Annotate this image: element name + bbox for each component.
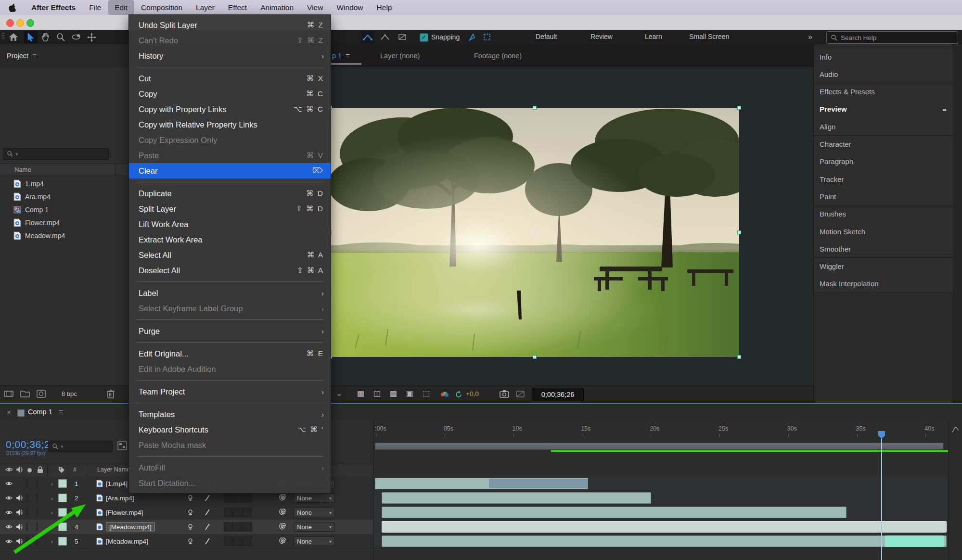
close-window-button[interactable] — [6, 19, 14, 27]
new-composition-icon[interactable] — [37, 390, 46, 398]
sidebar-panel-mask-interpolation[interactable]: Mask Interpolation — [814, 275, 953, 293]
selection-tool[interactable] — [24, 31, 38, 43]
bit-depth-button[interactable]: 8 bpc — [62, 390, 77, 397]
label-column-icon[interactable] — [58, 466, 65, 474]
layer-eye-toggle[interactable] — [5, 524, 13, 530]
workspace-review[interactable]: Review — [590, 33, 613, 40]
layer-quality-switch[interactable] — [204, 494, 211, 502]
project-search-input[interactable]: ▾ — [3, 148, 109, 160]
choose-grid-icon[interactable]: ▦ — [357, 389, 364, 398]
edit-menu-item-label[interactable]: Label› — [129, 285, 331, 301]
app-menu-after-effects[interactable]: After Effects — [25, 0, 82, 15]
timeline-comp-tab[interactable]: Comp 1 — [28, 408, 52, 416]
edit-menu-item-templates[interactable]: Templates› — [129, 407, 331, 422]
layer-name[interactable]: [Ara.mp4] — [106, 495, 134, 502]
search-dropdown-arrow-icon[interactable]: ▾ — [61, 444, 64, 450]
layer-audio-toggle[interactable] — [16, 523, 23, 530]
layer-label-swatch[interactable] — [58, 508, 67, 517]
current-time-indicator-head[interactable] — [878, 431, 885, 439]
layer-row-3[interactable]: ›3[Flower.mp4]None▾ — [0, 505, 373, 520]
layer-row-5[interactable]: ›5[Meadow.mp4]None▾ — [0, 534, 373, 549]
layer-switch-boxes[interactable] — [224, 522, 253, 532]
new-folder-icon[interactable] — [20, 390, 30, 398]
layer-name-column-header[interactable]: Layer Name — [97, 466, 130, 473]
snapshot-camera-icon[interactable] — [500, 390, 509, 398]
current-time-indicator-line[interactable] — [881, 438, 882, 560]
layer-eye-toggle[interactable] — [5, 510, 13, 515]
snapping-checkbox[interactable]: ✓ — [420, 33, 428, 42]
layer-label-swatch[interactable] — [58, 522, 67, 531]
orbit-camera-tool[interactable] — [69, 31, 83, 43]
local-axis-mode-button[interactable] — [361, 31, 374, 43]
edit-menu-item-copy[interactable]: Copy⌘ C — [129, 86, 331, 102]
layer-quality-switch[interactable] — [204, 537, 211, 545]
layer-solo-box[interactable] — [26, 538, 28, 545]
menubar-item-file[interactable]: File — [82, 0, 108, 15]
project-item-1.mp4[interactable]: 1.mp4 — [0, 177, 130, 190]
workspace-default[interactable]: Default — [536, 33, 557, 40]
layer-label-swatch[interactable] — [58, 494, 67, 502]
solo-column-icon[interactable] — [27, 468, 32, 472]
edit-menu-item-purge[interactable]: Purge› — [129, 323, 331, 339]
workspace-overflow-button[interactable]: » — [808, 33, 812, 41]
sidebar-panel-paragraph[interactable]: Paragraph — [814, 153, 953, 171]
edit-menu-item-select-all[interactable]: Select All⌘ A — [129, 247, 331, 263]
layer-bar-row-4[interactable] — [373, 520, 949, 535]
sidebar-panel-preview[interactable]: Preview≡ — [814, 101, 953, 118]
menubar-item-window[interactable]: Window — [330, 0, 370, 15]
edit-menu-item-history[interactable]: History› — [129, 48, 331, 64]
panel-menu-icon[interactable]: ≡ — [32, 52, 36, 60]
edit-menu-item-cut[interactable]: Cut⌘ X — [129, 71, 331, 86]
parent-pickwhip-icon[interactable] — [187, 495, 194, 502]
timeline-graph-area[interactable]: :00s05s10s15s20s25s30s35s40s — [373, 420, 949, 560]
edit-menu-item-edit-original-[interactable]: Edit Original...⌘ E — [129, 346, 331, 361]
anchor-point-icon[interactable] — [529, 227, 540, 238]
hand-tool[interactable] — [39, 31, 53, 43]
tab-composition-partial[interactable]: p 1 ≡ — [332, 52, 350, 60]
menubar-item-help[interactable]: Help — [370, 0, 399, 15]
view-options-dropdown-icon[interactable]: ⌄ — [336, 389, 342, 398]
sidebar-panel-paint[interactable]: Paint — [814, 188, 953, 205]
parent-link-icon[interactable] — [279, 523, 286, 531]
menubar-item-animation[interactable]: Animation — [254, 0, 300, 15]
project-item-meadow.mp4[interactable]: Meadow.mp4 — [0, 229, 130, 242]
edit-menu-item-clear[interactable]: Clear⌦ — [129, 163, 331, 178]
composition-image[interactable] — [330, 108, 739, 357]
layer-solo-box[interactable] — [26, 480, 28, 487]
layer-eye-toggle[interactable] — [5, 481, 13, 486]
layer-duration-bar[interactable] — [382, 507, 846, 518]
edit-menu-item-duplicate[interactable]: Duplicate⌘ D — [129, 186, 331, 201]
zoom-window-button[interactable] — [26, 19, 34, 27]
layer-switch-boxes[interactable] — [224, 508, 253, 517]
layer-expand-chevron[interactable]: › — [51, 538, 53, 545]
layer-name[interactable]: [Flower.mp4] — [106, 509, 143, 516]
view-axis-mode-button[interactable] — [396, 31, 409, 43]
layer-eye-toggle[interactable] — [5, 539, 13, 544]
layer-label-swatch[interactable] — [58, 479, 67, 488]
parent-pickwhip-icon[interactable] — [187, 538, 194, 545]
sidebar-panel-motion-sketch[interactable]: Motion Sketch — [814, 223, 953, 241]
lock-column-icon[interactable] — [37, 466, 43, 473]
sidebar-panel-effects-presets[interactable]: Effects & Presets — [814, 83, 953, 101]
toggle-mask-icon[interactable]: ◫ — [373, 389, 381, 398]
layer-expand-chevron[interactable]: › — [51, 495, 53, 502]
panel-menu-icon[interactable]: ≡ — [346, 52, 349, 60]
parent-link-icon[interactable] — [279, 495, 286, 502]
snap-features-button[interactable] — [480, 31, 494, 43]
selection-handle[interactable] — [737, 230, 741, 234]
layer-expand-chevron[interactable]: › — [51, 509, 53, 516]
sidebar-panel-smoother[interactable]: Smoother — [814, 240, 953, 258]
show-channel-icon[interactable] — [440, 391, 449, 398]
eye-column-icon[interactable] — [5, 467, 13, 472]
number-column-header[interactable]: # — [73, 466, 77, 473]
tab-layer[interactable]: Layer (none) — [380, 52, 420, 60]
sidebar-panel-character[interactable]: Character — [814, 136, 953, 153]
menubar-item-layer[interactable]: Layer — [189, 0, 221, 15]
layer-lock-box[interactable] — [37, 480, 38, 487]
layer-lock-box[interactable] — [37, 495, 38, 502]
show-snapshot-icon[interactable] — [516, 390, 525, 398]
edit-menu-item-team-project[interactable]: Team Project› — [129, 384, 331, 399]
work-area-bar[interactable] — [375, 443, 944, 450]
layer-audio-toggle[interactable] — [16, 509, 23, 516]
edit-menu-item-lift-work-area[interactable]: Lift Work Area — [129, 216, 331, 232]
